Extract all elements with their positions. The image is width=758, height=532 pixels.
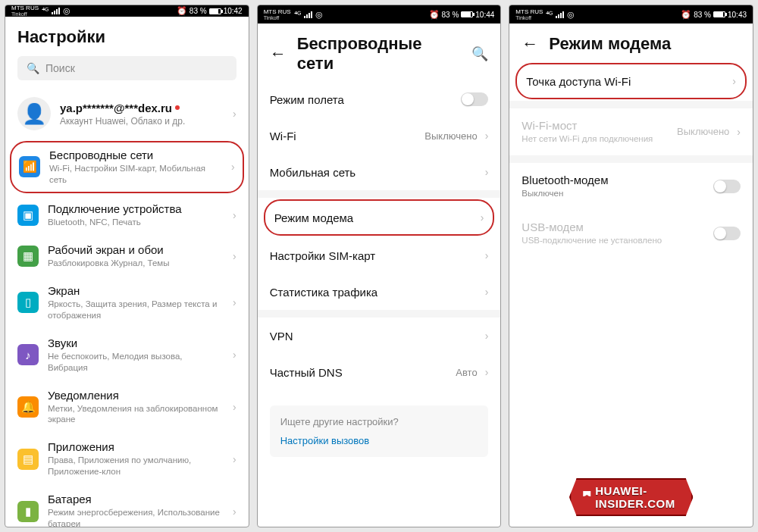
chevron-right-icon: › [485,130,489,142]
item-value: Выключено [424,130,477,142]
back-button[interactable]: ← [522,34,538,54]
wireless-item[interactable]: Режим модема› [264,199,495,236]
chevron-right-icon: › [485,249,489,261]
item-title: Беспроводные сети [49,149,222,161]
item-subtitle: Нет сети Wi-Fi для подключения [522,133,669,145]
item-icon: ▮ [17,501,39,522]
phone-screen-2: MTS RUS Tinkoff ⁴ᴳ ◎ ⏰ 83 % 10:44 ← Бесп… [257,5,502,527]
status-bar: MTS RUS Tinkoff ⁴ᴳ ◎ ⏰ 83 % 10:44 [258,5,501,23]
chevron-right-icon: › [485,286,489,298]
status-bar: MTS RUS Tinkoff ⁴ᴳ ◎ ⏰ 83 % 10:42 [5,5,249,17]
item-icon: ▦ [17,246,39,267]
item-title: Bluetooth-модем [522,174,706,186]
chevron-right-icon: › [233,250,236,262]
item-icon: 🔔 [17,396,39,418]
item-subtitle: Не беспокоить, Мелодия вызова, Вибрация [48,351,224,374]
item-title: Приложения [48,440,224,453]
settings-item[interactable]: ▯ЭкранЯркость, Защита зрения, Размер тек… [5,277,249,329]
item-title: Рабочий экран и обои [48,243,224,256]
tether-item: USB-модемUSB-подключение не установлено [509,210,753,257]
item-subtitle: Яркость, Защита зрения, Размер текста и … [48,299,224,321]
toggle-switch[interactable] [713,180,741,193]
footer-link[interactable]: Настройки вызовов [280,435,478,446]
item-title: Статистика трафика [270,286,478,299]
chevron-right-icon: › [233,108,236,120]
item-subtitle: Bluetooth, NFC, Печать [48,217,224,228]
item-icon: ♪ [17,344,39,365]
item-title: Режим полета [270,93,454,106]
section-divider [509,155,753,163]
item-title: USB-модем [522,221,706,233]
settings-item[interactable]: ▦Рабочий экран и обоиРазблокировка Журна… [5,236,249,277]
phone-screen-3: MTS RUS Tinkoff ⁴ᴳ ◎ ⏰ 83 % 10:43 ← Режи… [509,5,753,527]
item-subtitle: Права, Приложения по умолчанию, Приложен… [48,455,224,477]
tether-list: Точка доступа Wi-Fi›Wi-Fi-мостНет сети W… [509,61,753,257]
item-value: Выключено [677,126,729,137]
item-title: Звуки [48,336,224,349]
chevron-right-icon: › [233,401,236,413]
settings-item[interactable]: 📶Беспроводные сетиWi-Fi, Настройки SIM-к… [10,141,244,193]
wireless-item[interactable]: Частный DNSАвто› [258,354,501,390]
wireless-item[interactable]: Режим полета [258,81,501,117]
section-divider [509,101,753,108]
wireless-item[interactable]: Wi-FiВыключено› [258,117,501,154]
search-input[interactable]: 🔍 Поиск [17,56,236,80]
chevron-right-icon: › [231,161,235,173]
chevron-right-icon: › [233,505,236,518]
wireless-item[interactable]: VPN› [258,318,501,354]
chevron-right-icon: › [233,296,236,308]
chevron-right-icon: › [481,211,484,224]
chevron-right-icon: › [737,126,741,138]
settings-item[interactable]: ▣Подключение устройстваBluetooth, NFC, П… [5,195,249,236]
wireless-item[interactable]: Мобильная сеть› [258,154,501,190]
section-divider [258,310,501,318]
item-icon: 📶 [19,156,40,177]
status-bar: MTS RUS Tinkoff ⁴ᴳ ◎ ⏰ 83 % 10:43 [509,5,753,23]
footer-box: Ищете другие настройки? Настройки вызово… [270,405,489,457]
item-title: Подключение устройства [48,202,224,215]
back-button[interactable]: ← [270,44,287,64]
battery-pct: 83 % [190,7,207,15]
settings-item[interactable]: ▤ПриложенияПрава, Приложения по умолчани… [5,433,249,485]
footer-question: Ищете другие настройки? [280,416,478,427]
chevron-right-icon: › [485,330,489,342]
clock: 10:43 [728,11,747,19]
settings-item[interactable]: ▮БатареяРежим энергосбережения, Использо… [5,485,249,527]
wireless-item[interactable]: Настройки SIM-карт› [258,237,501,274]
toggle-switch[interactable] [461,92,488,106]
item-subtitle: Разблокировка Журнал, Темы [48,258,224,269]
section-divider [258,190,501,198]
chevron-right-icon: › [485,366,489,378]
avatar: 👤 [17,97,51,130]
lte-icon: ⁴ᴳ [42,7,49,15]
notification-dot [175,105,180,110]
chevron-right-icon: › [732,75,736,87]
search-button[interactable]: 🔍 [471,45,488,62]
settings-item[interactable]: 🔔УведомленияМетки, Уведомления на заблок… [5,381,249,433]
item-title: Режим модема [274,211,473,224]
account-row[interactable]: 👤 ya.p*******@***dex.ru Аккаунт Huawei, … [5,88,249,139]
screen-header: ← Беспроводные сети 🔍 [258,23,501,81]
item-subtitle: Wi-Fi, Настройки SIM-карт, Мобильная сет… [49,163,222,186]
clock: 10:42 [224,7,243,15]
settings-list: 📶Беспроводные сетиWi-Fi, Настройки SIM-к… [5,139,249,527]
tether-item[interactable]: Bluetooth-модемВыключен [509,163,753,210]
chevron-right-icon: › [233,209,236,221]
item-title: Настройки SIM-карт [270,249,478,262]
item-title: Частный DNS [270,366,449,379]
item-subtitle: Выключен [522,188,706,199]
page-title: Беспроводные сети [297,34,462,74]
item-title: Wi-Fi-мост [522,119,669,132]
settings-item[interactable]: ♪ЗвукиНе беспокоить, Мелодия вызова, Виб… [5,329,249,381]
wireless-item[interactable]: Статистика трафика› [258,274,501,310]
tether-item: Wi-Fi-мостНет сети Wi-Fi для подключения… [509,108,753,155]
item-icon: ▯ [17,292,39,313]
account-name: ya.p*******@***dex.ru [60,102,172,114]
carrier-sub: Tinkoff [11,11,39,17]
tether-item[interactable]: Точка доступа Wi-Fi› [515,63,747,99]
screen-header: ← Режим модема [509,23,753,61]
item-subtitle: Метки, Уведомления на заблокированном эк… [48,403,224,426]
item-title: Точка доступа Wi-Fi [526,75,725,88]
battery-icon [209,8,221,14]
page-title: Настройки [17,27,236,47]
